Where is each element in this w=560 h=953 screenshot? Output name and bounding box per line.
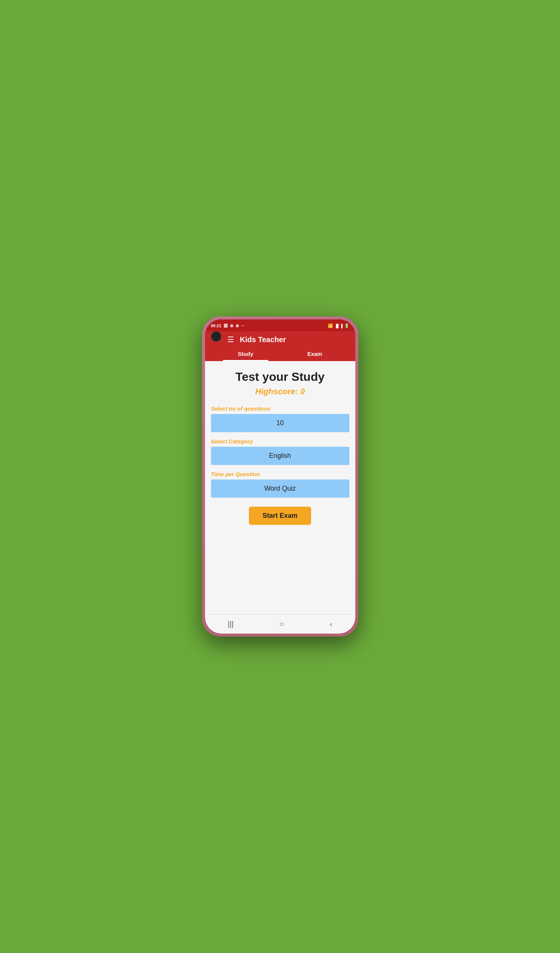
start-exam-button[interactable]: Start Exam (249, 507, 311, 525)
nav-recent-apps[interactable]: ||| (228, 620, 234, 629)
page-title: Test your Study (236, 370, 324, 384)
camera-notch (211, 331, 222, 342)
status-icon-2: ⊕ (236, 323, 239, 328)
app-bar-top: ☰ Kids Teacher (211, 335, 349, 348)
category-label: Select Category (211, 438, 253, 444)
category-selector[interactable]: English (211, 447, 349, 465)
nav-home[interactable]: ○ (279, 620, 284, 629)
phone-frame: 00:21 🖼 ⊕ ⊕ ··· 📶 ▐▌▐ 🔋 ☰ Kids Teacher (202, 317, 358, 636)
status-icon-1: ⊕ (230, 323, 233, 328)
status-ellipsis: ··· (241, 323, 245, 328)
main-content: Test your Study Highscore: 0 Select no o… (205, 361, 355, 614)
wifi-icon: 📶 (328, 323, 333, 328)
status-icon-camera: 🖼 (223, 323, 228, 328)
hamburger-menu-icon[interactable]: ☰ (227, 335, 234, 344)
app-bar: ☰ Kids Teacher Study Exam (205, 331, 355, 361)
time-label: Time per Question (211, 471, 260, 477)
questions-selector[interactable]: 10 (211, 414, 349, 432)
signal-icon: ▐▌▐ (335, 324, 342, 328)
status-bar: 00:21 🖼 ⊕ ⊕ ··· 📶 ▐▌▐ 🔋 (205, 320, 355, 331)
questions-label: Select no of questions (211, 405, 270, 412)
nav-back[interactable]: ‹ (330, 620, 332, 629)
tab-bar: Study Exam (211, 348, 349, 361)
status-right: 📶 ▐▌▐ 🔋 (328, 323, 349, 328)
tab-exam[interactable]: Exam (292, 348, 337, 361)
app-title: Kids Teacher (240, 335, 286, 344)
highscore-label: Highscore: 0 (255, 387, 305, 396)
tab-study[interactable]: Study (223, 348, 268, 361)
bottom-nav: ||| ○ ‹ (205, 614, 355, 633)
time-selector[interactable]: Word Quiz (211, 480, 349, 498)
status-time: 00:21 (211, 323, 222, 328)
status-left: 00:21 🖼 ⊕ ⊕ ··· (211, 323, 245, 328)
phone-screen: 00:21 🖼 ⊕ ⊕ ··· 📶 ▐▌▐ 🔋 ☰ Kids Teacher (205, 320, 355, 633)
battery-icon: 🔋 (344, 323, 349, 328)
